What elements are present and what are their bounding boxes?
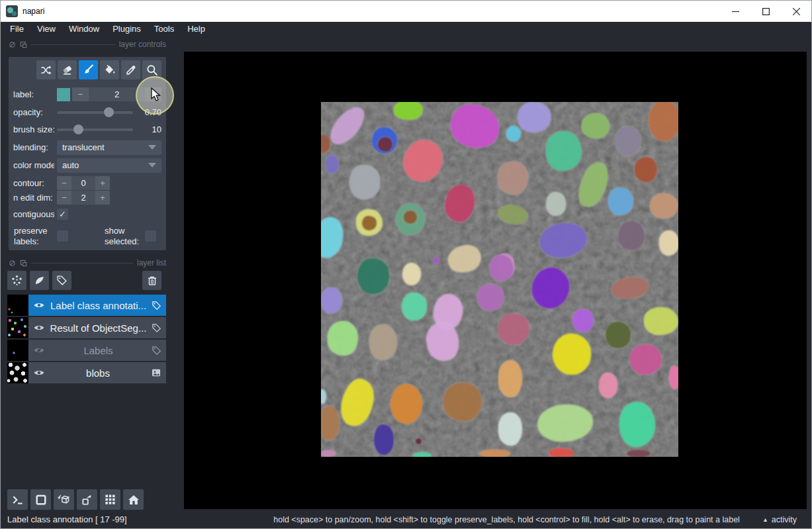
layer-thumbnail xyxy=(7,295,28,316)
menu-window[interactable]: Window xyxy=(62,22,106,36)
blob xyxy=(477,284,504,311)
blob xyxy=(362,216,377,230)
delete-layer-button[interactable] xyxy=(142,271,161,290)
home-reset-view-button[interactable] xyxy=(123,489,144,510)
layer-row-result-objectseg[interactable]: Result of ObjectSeg... xyxy=(28,317,166,338)
visibility-eye-off-icon[interactable] xyxy=(33,344,45,356)
napari-window: napari File View Window Plugins Tools He… xyxy=(0,0,812,529)
blob xyxy=(374,424,394,455)
erase-tool-button[interactable] xyxy=(58,60,77,79)
visibility-eye-icon[interactable] xyxy=(33,299,45,311)
visibility-eye-icon[interactable] xyxy=(33,367,45,379)
layer-row-blobs[interactable]: blobs xyxy=(28,362,166,383)
preserve-labels-checkbox[interactable] xyxy=(57,230,68,242)
label-decrement-button[interactable]: − xyxy=(72,87,89,101)
blob xyxy=(498,313,529,345)
opacity-slider[interactable] xyxy=(57,105,133,119)
blob xyxy=(378,137,392,152)
header-divider xyxy=(31,44,115,45)
color-mode-label: color mode: xyxy=(13,160,54,170)
contiguous-checkbox[interactable]: ✓ xyxy=(57,209,68,220)
n-edit-dim-row: n edit dim: − 2 + xyxy=(13,191,161,205)
opacity-slider-groove[interactable] xyxy=(57,111,133,114)
blob xyxy=(402,263,421,285)
activity-button[interactable]: ▲ activity xyxy=(762,515,797,524)
contour-label: contour: xyxy=(13,178,54,188)
blob xyxy=(404,211,417,224)
layer-controls-header: layer controls xyxy=(9,39,166,50)
blob xyxy=(349,165,380,199)
opacity-label: opacity: xyxy=(13,107,54,117)
layer-row-labels[interactable]: Labels xyxy=(28,340,166,361)
show-selected-checkbox[interactable] xyxy=(145,230,156,242)
close-button[interactable] xyxy=(781,1,811,22)
visibility-eye-icon[interactable] xyxy=(33,322,45,334)
blob xyxy=(498,412,522,446)
maximize-button[interactable] xyxy=(750,1,781,22)
dock-float-icon[interactable] xyxy=(20,41,27,48)
checkmark-icon: ✓ xyxy=(59,209,66,219)
activity-label: activity xyxy=(772,515,797,524)
color-picker-tool-button[interactable] xyxy=(121,60,140,79)
new-points-layer-button[interactable] xyxy=(7,271,26,290)
contour-increment-button[interactable]: + xyxy=(95,176,110,190)
menu-tools[interactable]: Tools xyxy=(148,22,181,36)
new-labels-layer-button[interactable] xyxy=(52,271,71,290)
layer-row-label-class-annotation[interactable]: Label class annotati... xyxy=(28,295,166,316)
blob xyxy=(443,383,482,421)
blending-row: blending: translucent xyxy=(13,140,161,155)
grid-view-button[interactable] xyxy=(100,489,120,510)
blob xyxy=(416,438,422,444)
blob xyxy=(546,131,582,171)
dock-float-icon[interactable] xyxy=(20,260,27,267)
minimize-button[interactable] xyxy=(720,1,750,22)
brush-size-slider-groove[interactable] xyxy=(57,128,133,131)
roll-dimensions-button[interactable] xyxy=(54,489,74,510)
blob xyxy=(321,450,336,457)
n-edit-dim-value[interactable]: 2 xyxy=(71,191,95,205)
label-color-swatch[interactable] xyxy=(57,88,70,101)
paint-tool-button[interactable] xyxy=(79,60,98,79)
fill-tool-button[interactable] xyxy=(100,60,119,79)
viewer-canvas[interactable] xyxy=(184,52,807,509)
contour-value[interactable]: 0 xyxy=(71,176,95,190)
brush-size-slider[interactable] xyxy=(57,122,133,136)
blob xyxy=(394,102,423,120)
ndisplay-2d3d-button[interactable] xyxy=(30,489,51,510)
blob xyxy=(615,126,641,156)
blob xyxy=(608,187,633,215)
preserve-labels-label: preservelabels: xyxy=(14,226,48,247)
menu-help[interactable]: Help xyxy=(181,22,212,36)
menu-file[interactable]: File xyxy=(3,22,30,36)
chevron-down-icon xyxy=(148,163,156,168)
n-edit-dim-decrement-button[interactable]: − xyxy=(57,191,71,205)
layer-list-title: layer list xyxy=(137,258,166,267)
contiguous-row: contiguous: ✓ xyxy=(13,207,161,222)
blending-dropdown[interactable]: translucent xyxy=(57,140,161,155)
brush-size-slider-handle[interactable] xyxy=(73,124,83,134)
menu-plugins[interactable]: Plugins xyxy=(106,22,148,36)
blob xyxy=(644,307,678,335)
layer-name: blobs xyxy=(45,367,151,379)
contour-spinbox: − 0 + xyxy=(57,176,110,190)
window-title: napari xyxy=(23,7,44,16)
layer-entry: Result of ObjectSeg... xyxy=(7,317,166,338)
transpose-dimensions-button[interactable] xyxy=(77,489,97,510)
opacity-slider-handle[interactable] xyxy=(104,107,114,117)
dock-hide-icon[interactable] xyxy=(9,260,16,267)
console-button[interactable] xyxy=(7,489,28,510)
contour-decrement-button[interactable]: − xyxy=(57,176,71,190)
blob xyxy=(357,258,389,294)
titlebar: napari xyxy=(1,1,811,22)
layer-name: Label class annotati... xyxy=(45,300,152,311)
shuffle-colors-button[interactable] xyxy=(36,60,56,79)
blob xyxy=(390,384,422,424)
blob xyxy=(606,322,631,348)
color-mode-dropdown[interactable]: auto xyxy=(57,158,161,173)
layer-list: Label class annotati... Result of Object… xyxy=(7,295,166,385)
n-edit-dim-increment-button[interactable]: + xyxy=(95,191,110,205)
menu-view[interactable]: View xyxy=(30,22,62,36)
dock-hide-icon[interactable] xyxy=(9,41,16,48)
new-shapes-layer-button[interactable] xyxy=(30,271,49,290)
blob xyxy=(326,155,339,173)
